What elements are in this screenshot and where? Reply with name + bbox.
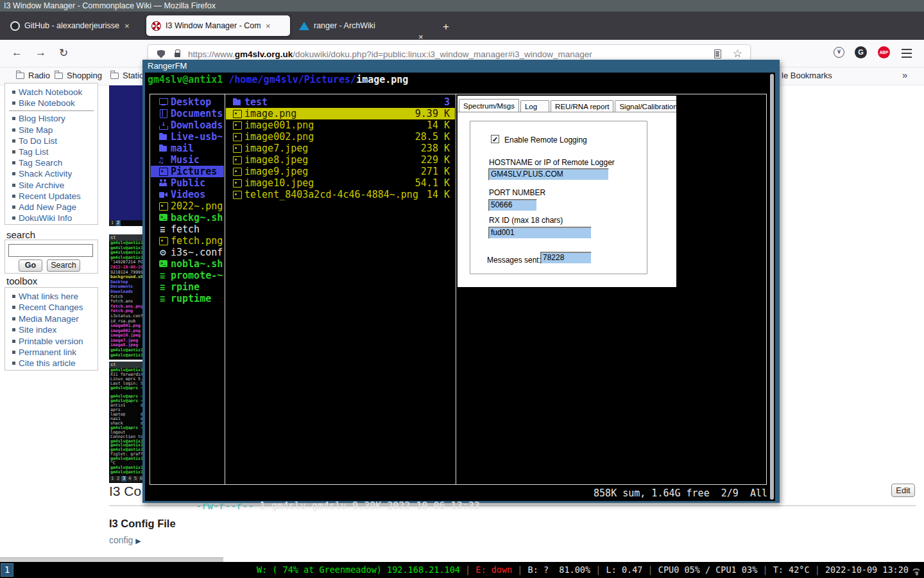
toolbox-link-printable-version[interactable]: Printable version [5, 336, 98, 347]
file-row[interactable]: 2022~.png [151, 200, 224, 212]
file-row[interactable]: fetch.png [151, 235, 224, 247]
wiki-sidebar-nav: Watch Notebook Bike Notebook Blog Histor… [4, 83, 98, 225]
file-row[interactable]: image002.png28.5 K [226, 131, 455, 143]
toolbox-link-site-index[interactable]: Site index [5, 324, 98, 335]
tab-close-icon[interactable]: × [266, 21, 271, 31]
file-row[interactable]: image9.jpeg271 K [226, 166, 455, 177]
file-row[interactable]: image8.jpeg229 K [226, 154, 455, 166]
reload-button[interactable]: ↻ [59, 46, 68, 60]
page-heading-clipped: I3 Co [109, 484, 141, 499]
forward-button[interactable]: → [35, 46, 46, 59]
folder-icon [158, 144, 169, 152]
sidebar-link-add-new-page[interactable]: Add New Page [5, 202, 98, 213]
toolbox-link-cite-this-article[interactable]: Cite this article [5, 358, 98, 369]
ranger-window-titlebar[interactable]: RangerFM [142, 60, 780, 73]
url-domain: gm4slv.org.uk [235, 49, 293, 59]
go-button[interactable]: Go [19, 259, 42, 272]
file-row[interactable]: backg~.sh [151, 212, 224, 223]
tab-ranger-archwiki[interactable]: ranger - ArchWiki [294, 15, 409, 36]
bookmark-item-clipped[interactable]: le Bookmarks [782, 71, 832, 80]
tab-github[interactable]: GitHub - alexanderjeurissen × [5, 15, 141, 36]
sidebar-link-site-archive[interactable]: Site Archive [5, 180, 98, 191]
folder-icon [232, 98, 243, 106]
separator: | [512, 565, 527, 575]
sidebar-link-tag-search[interactable]: Tag Search [5, 157, 98, 168]
bookmarks-overflow-chevron[interactable]: » [902, 69, 906, 80]
sidebar-link-to-do-list[interactable]: To Do List [5, 136, 98, 146]
file-row[interactable]: image7.jpeg238 K [226, 143, 455, 154]
file-row[interactable]: fetch [151, 223, 224, 235]
dir-row[interactable]: Documents [151, 108, 224, 119]
toolbox-link-recent-changes[interactable]: Recent Changes [5, 302, 98, 313]
file-row[interactable]: image10.jpeg54.1 K [226, 177, 455, 189]
new-tab-button[interactable]: + [443, 21, 449, 33]
url-text[interactable]: https://www.gm4slv.org.uk/dokuwiki/doku.… [188, 49, 714, 59]
bookmark-folder-shopping[interactable]: Shopping [55, 71, 102, 80]
dir-row[interactable]: Desktop [151, 96, 224, 108]
toolbox-link-media-manager[interactable]: Media Manager [5, 313, 98, 324]
text-file-icon [158, 225, 169, 233]
dir-row[interactable]: Downloads [151, 119, 224, 131]
grammarly-addon-icon[interactable]: G [855, 46, 867, 58]
dir-row-selected[interactable]: Pictures [151, 166, 224, 177]
bookmark-star-icon[interactable]: ☆ [733, 49, 742, 58]
umbrella-favicon [150, 19, 163, 32]
file-row[interactable]: i3s~.conf [151, 247, 224, 258]
firefox-tabbar: GitHub - alexanderjeurissen × I3 Window … [0, 12, 924, 40]
desktop-icon [158, 98, 169, 106]
lock-icon[interactable] [175, 53, 180, 57]
file-row[interactable]: image001.png14 K [226, 119, 455, 131]
dir-row[interactable]: mail [151, 143, 224, 154]
search-input[interactable] [8, 244, 93, 257]
dir-row[interactable]: Live-usb~ [151, 131, 224, 143]
wiki-screenshot-thumbnail-terminal-2[interactable]: st gm4slv@antix1:-X11 forwardingLinux ap… [109, 362, 148, 483]
back-button[interactable]: ← [12, 46, 22, 59]
dir-row[interactable]: Music [151, 154, 224, 166]
tracking-shield-icon[interactable] [157, 50, 165, 58]
dir-row[interactable]: Videos [151, 189, 224, 200]
file-row[interactable]: ruptime [151, 293, 224, 304]
wiki-screenshot-thumbnail-terminal-1[interactable]: st gm4slv@antix1:-gm4slv@antix1:-gm4slv@… [109, 234, 148, 360]
tab-i3-window-manager[interactable]: I3 Window Manager - Comm × [146, 15, 290, 36]
firefox-bottom-strip [0, 557, 223, 562]
toolbox-link-what-links-here[interactable]: What links here [5, 291, 98, 302]
menu-hamburger-icon[interactable] [902, 49, 912, 50]
folder-icon [110, 73, 119, 79]
sidebar-link-recent-updates[interactable]: Recent Updates [5, 191, 98, 202]
sidebar-link-bike-notebook[interactable]: Bike Notebook [5, 98, 98, 109]
terminal-scrollbar[interactable] [770, 74, 774, 500]
sidebar-link-site-map[interactable]: Site Map [5, 125, 98, 136]
sidebar-link-shack-activity[interactable]: Shack Activity [5, 168, 98, 179]
sidebar-link-blog-history[interactable]: Blog History [5, 113, 98, 124]
image-icon [232, 110, 243, 118]
reader-mode-icon[interactable] [714, 49, 721, 58]
file-row[interactable]: nobla~.sh [151, 258, 224, 270]
window-titlebar[interactable]: I3 Window Manager - Commonplace Wiki — M… [0, 0, 924, 12]
edit-button[interactable]: Edit [891, 484, 915, 497]
tab-label: I3 Window Manager - Comm [166, 21, 261, 30]
file-row[interactable]: rpine [151, 281, 224, 293]
bookmark-folder-stations[interactable]: Statio [110, 71, 144, 80]
sidebar-link-watch-notebook[interactable]: Watch Notebook [5, 87, 98, 98]
ranger-terminal[interactable]: gm4slv@antix1 /home/gm4slv/Pictures/imag… [145, 73, 775, 501]
ranger-window[interactable]: RangerFM gm4slv@antix1 /home/gm4slv/Pict… [142, 60, 780, 503]
terminal-line: gm4slv@antix1:- [109, 470, 148, 475]
sidebar-link-tag-list[interactable]: Tag List [5, 146, 98, 157]
pocket-icon[interactable]: ∨ [834, 47, 844, 58]
port-field: 50666 [488, 199, 537, 211]
adblock-plus-icon[interactable]: ABP [878, 46, 890, 58]
dir-row[interactable]: Public [151, 177, 224, 189]
dir-row[interactable]: test3 [226, 96, 455, 108]
search-button[interactable]: Search [47, 259, 80, 272]
sidebar-link-dokuwiki-info[interactable]: DokuWiki Info [5, 213, 98, 223]
tab-close-icon[interactable]: × [124, 21, 130, 31]
file-row[interactable]: promote-~ [151, 270, 224, 281]
workspace-button-1[interactable]: 1 [1, 563, 13, 577]
file-row-selected[interactable]: image.png9.39 K [226, 108, 455, 119]
bookmark-folder-radio[interactable]: Radio [16, 71, 50, 80]
file-row[interactable]: telent_8403a2cd-4c46-4884~.png14 K [226, 189, 455, 200]
toolbox-link-permanent-link[interactable]: Permanent link [5, 347, 98, 358]
folder-icon [55, 73, 63, 79]
ethernet-status: E: down [475, 565, 512, 575]
config-link[interactable]: config ▶ [109, 535, 141, 545]
